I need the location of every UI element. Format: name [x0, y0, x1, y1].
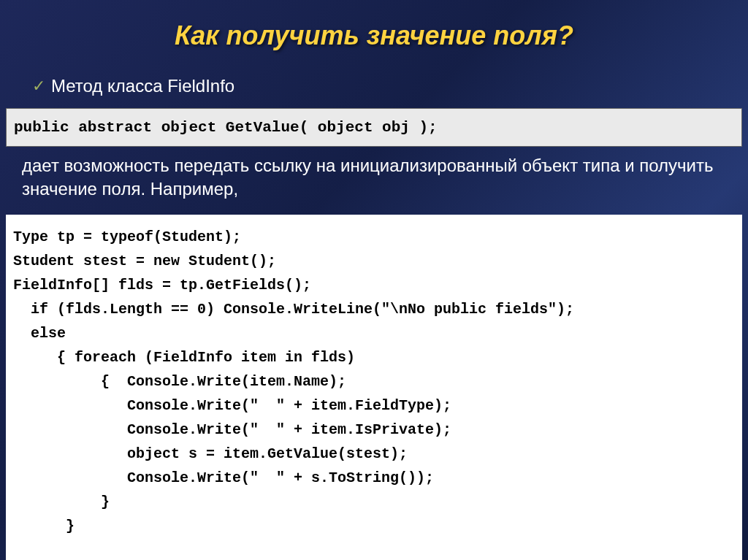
code-signature: public abstract object GetValue( object …: [6, 108, 742, 147]
code-example: Type tp = typeof(Student); Student stest…: [6, 215, 742, 560]
bullet-text: Метод класса FieldInfo: [51, 76, 234, 96]
slide: Как получить значение поля? ✓ Метод клас…: [0, 0, 748, 560]
check-icon: ✓: [32, 78, 45, 94]
page-title: Как получить значение поля?: [0, 20, 748, 51]
description-text: дает возможность передать ссылку на иниц…: [0, 154, 748, 202]
bullet-row: ✓ Метод класса FieldInfo: [0, 76, 748, 96]
